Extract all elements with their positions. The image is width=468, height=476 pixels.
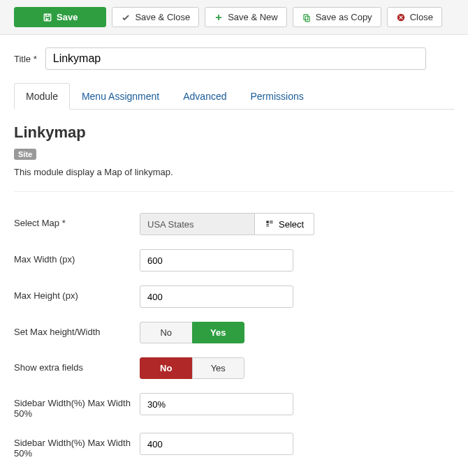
max-width-row: Max Width (px) <box>14 249 454 272</box>
svg-rect-4 <box>266 221 269 223</box>
show-extra-row: Show extra fields No Yes <box>14 357 454 379</box>
divider <box>14 191 454 192</box>
title-row: Title * <box>14 47 454 70</box>
set-max-row: Set Max height/Width No Yes <box>14 322 454 343</box>
save-copy-button[interactable]: Save as Copy <box>293 7 381 27</box>
set-max-label: Set Max height/Width <box>14 322 140 337</box>
select-icon <box>265 219 275 229</box>
set-max-no[interactable]: No <box>140 322 192 343</box>
save-apply-icon <box>43 13 52 22</box>
tab-permissions[interactable]: Permissions <box>239 83 316 110</box>
sidebar-width-px-input[interactable] <box>140 433 293 455</box>
sidebar-width-px-row: Sidebar Width(%) Max Width 50% <box>14 433 454 459</box>
title-label: Title * <box>14 54 37 64</box>
select-map-button-label: Select <box>279 219 304 230</box>
save-new-button[interactable]: Save & New <box>205 7 287 27</box>
select-map-button[interactable]: Select <box>255 213 314 235</box>
tab-advanced[interactable]: Advanced <box>171 83 238 110</box>
save-label: Save <box>57 12 78 22</box>
sidebar-width-pct-row: Sidebar Width(%) Max Width 50% <box>14 393 454 419</box>
copy-icon <box>302 13 312 22</box>
sidebar-width-pct-input[interactable] <box>140 393 293 415</box>
title-input[interactable] <box>45 47 426 70</box>
plus-icon <box>214 13 224 22</box>
save-button[interactable]: Save <box>14 7 106 27</box>
tab-menu-assignment[interactable]: Menu Assignment <box>70 83 171 110</box>
save-close-button[interactable]: Save & Close <box>112 7 199 27</box>
svg-rect-7 <box>270 221 273 221</box>
show-extra-label: Show extra fields <box>14 357 140 373</box>
svg-rect-8 <box>270 223 273 223</box>
module-description: This module display a Map of linkymap. <box>14 167 454 177</box>
save-copy-label: Save as Copy <box>316 12 372 22</box>
max-width-label: Max Width (px) <box>14 249 140 265</box>
save-new-label: Save & New <box>228 12 278 22</box>
max-height-label: Max Height (px) <box>14 285 140 301</box>
max-height-input[interactable] <box>140 285 293 308</box>
max-width-input[interactable] <box>140 249 293 272</box>
svg-rect-5 <box>266 224 269 225</box>
toolbar: Save Save & Close Save & New Save as Cop… <box>0 0 468 35</box>
content: Title * Module Menu Assignment Advanced … <box>0 35 468 476</box>
max-height-row: Max Height (px) <box>14 285 454 308</box>
select-map-group: Select <box>140 213 314 235</box>
site-badge: Site <box>14 149 36 160</box>
select-map-row: Select Map * Select <box>14 213 454 235</box>
close-icon <box>396 13 406 22</box>
show-extra-yes[interactable]: Yes <box>192 357 245 379</box>
select-map-label: Select Map * <box>14 213 140 228</box>
set-max-yes[interactable]: Yes <box>192 322 245 343</box>
check-icon <box>121 13 131 22</box>
module-heading: Linkymap <box>14 124 454 142</box>
close-button[interactable]: Close <box>387 7 442 27</box>
sidebar-width-pct-label: Sidebar Width(%) Max Width 50% <box>14 393 140 419</box>
close-label: Close <box>410 12 433 22</box>
tabs: Module Menu Assignment Advanced Permissi… <box>14 82 454 110</box>
set-max-toggle: No Yes <box>140 322 244 343</box>
tab-module[interactable]: Module <box>14 83 70 110</box>
show-extra-toggle: No Yes <box>140 357 244 379</box>
show-extra-no[interactable]: No <box>140 357 192 379</box>
sidebar-width-px-label: Sidebar Width(%) Max Width 50% <box>14 433 140 459</box>
save-close-label: Save & Close <box>135 12 190 22</box>
select-map-input <box>140 213 255 235</box>
svg-rect-6 <box>266 225 269 226</box>
